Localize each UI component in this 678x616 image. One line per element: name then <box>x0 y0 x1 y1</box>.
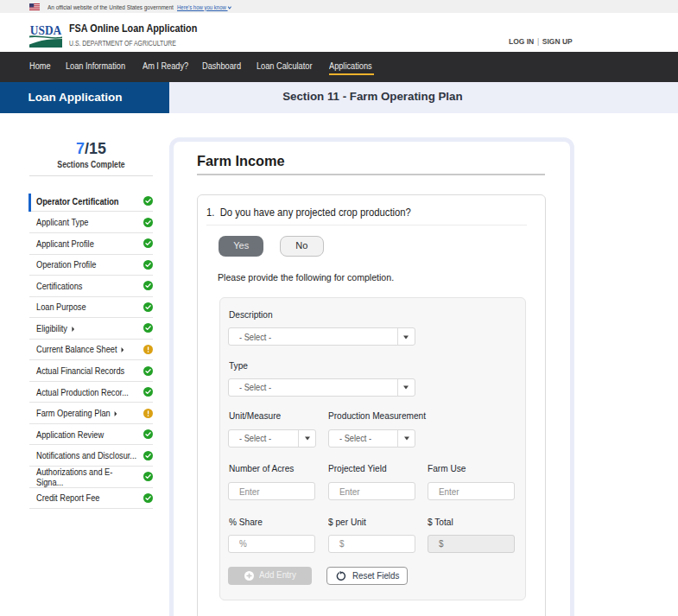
svg-text:USDA: USDA <box>30 24 62 37</box>
